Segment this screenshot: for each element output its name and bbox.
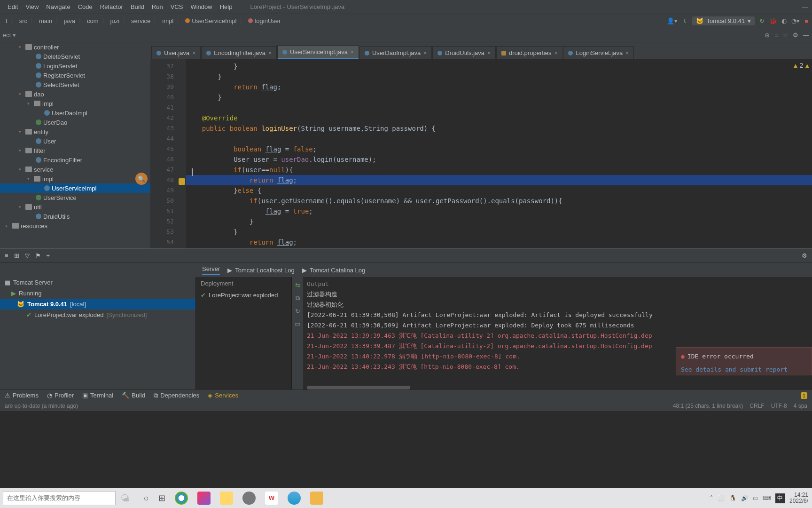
- tree-class[interactable]: SelectServlet: [0, 80, 150, 89]
- link-icon[interactable]: ⧉: [296, 294, 300, 302]
- build-icon[interactable]: ⤹: [682, 17, 687, 24]
- browser-icon[interactable]: ▭: [295, 320, 300, 327]
- intellij-icon[interactable]: [197, 492, 211, 505]
- tray-battery-icon[interactable]: ▭: [753, 495, 758, 501]
- status-encoding[interactable]: UTF-8: [771, 403, 787, 409]
- breadcrumb[interactable]: src: [17, 17, 29, 24]
- tray-up-icon[interactable]: ˄: [710, 495, 713, 501]
- editor-tab-active[interactable]: UserServiceImpl.java×: [277, 45, 359, 59]
- tree-icon[interactable]: ⊞: [14, 252, 19, 259]
- editor-tab[interactable]: LoginServlet.java×: [563, 46, 634, 59]
- user-icon[interactable]: 👤▾: [667, 17, 678, 24]
- tree-folder-filter[interactable]: ▾filter: [0, 146, 150, 155]
- close-icon[interactable]: ×: [423, 50, 427, 56]
- ide-error-link[interactable]: See details and submit report: [681, 365, 807, 375]
- deployment-item[interactable]: ✔LoreProject:war exploded: [196, 290, 291, 301]
- tab-dependencies[interactable]: ⧉Dependencies: [154, 392, 199, 399]
- close-icon[interactable]: ×: [351, 49, 354, 56]
- status-indent[interactable]: 4 spa: [794, 403, 807, 409]
- breadcrumb[interactable]: t: [4, 17, 9, 24]
- editor-tab[interactable]: UserDaoImpl.java×: [359, 46, 432, 59]
- menu-help[interactable]: Help: [216, 3, 236, 10]
- tree-class[interactable]: LoginServlet: [0, 61, 150, 71]
- flag-icon[interactable]: ⚑: [35, 252, 41, 259]
- breadcrumb[interactable]: service: [129, 17, 152, 24]
- coverage-icon[interactable]: ◐: [781, 17, 787, 24]
- search-icon[interactable]: 🔍: [135, 173, 148, 185]
- status-lineending[interactable]: CRLF: [750, 403, 764, 409]
- add-icon[interactable]: +: [47, 252, 50, 259]
- app-icon[interactable]: [242, 492, 256, 505]
- tray-ime[interactable]: 中: [775, 493, 785, 503]
- ide-error-notification[interactable]: ●IDE error occurred See details and subm…: [676, 347, 812, 375]
- menu-vcs[interactable]: VCS: [167, 3, 187, 10]
- status-position[interactable]: 48:1 (25 chars, 1 line break): [673, 403, 743, 409]
- app-icon[interactable]: [288, 492, 301, 505]
- breadcrumb[interactable]: com: [85, 17, 101, 24]
- debug-icon[interactable]: 🐞: [769, 17, 777, 24]
- tree-folder-dao[interactable]: ▾dao: [0, 89, 150, 99]
- taskview-icon[interactable]: ⊞: [158, 493, 165, 503]
- breadcrumb-method[interactable]: loginUser: [246, 17, 282, 24]
- close-icon[interactable]: ×: [554, 50, 557, 56]
- menu-window[interactable]: Window: [187, 3, 216, 10]
- services-item-selected[interactable]: 🐱Tomcat 9.0.41 [local]: [0, 299, 195, 310]
- tree-class[interactable]: UserDaoImpl: [0, 108, 150, 118]
- output-console[interactable]: Output 过滤器构造 过滤器初始化 [2022-06-21 01:39:30…: [303, 277, 812, 389]
- tree-interface[interactable]: UserService: [0, 193, 150, 202]
- breadcrumb-class[interactable]: UserServiceImpl: [183, 17, 238, 24]
- expand-icon[interactable]: ≡: [774, 32, 778, 39]
- wps-icon[interactable]: W: [265, 492, 278, 505]
- editor-tab[interactable]: User.java×: [151, 46, 201, 59]
- editor-tab[interactable]: DruidUtils.java×: [432, 46, 496, 59]
- menu-edit[interactable]: Edit: [4, 3, 22, 10]
- folder-icon[interactable]: [310, 492, 323, 505]
- editor-tab[interactable]: EncodingFilter.java×: [201, 46, 277, 59]
- stop-icon[interactable]: ■: [804, 17, 808, 24]
- menu-code[interactable]: Code: [74, 3, 96, 10]
- chrome-icon[interactable]: [175, 492, 188, 505]
- hide-icon[interactable]: —: [803, 32, 809, 39]
- tab-catalina-log[interactable]: ▶Tomcat Catalina Log: [302, 267, 366, 274]
- run-config-selector[interactable]: 🐱 Tomcat 9.0.41 ▾: [692, 16, 755, 25]
- services-item[interactable]: ▶Running: [0, 288, 195, 299]
- editor-tab[interactable]: druid.properties×: [496, 46, 562, 59]
- warning-icon[interactable]: ▲: [794, 60, 797, 71]
- tree-class[interactable]: RegisterServlet: [0, 71, 150, 80]
- warning-icon[interactable]: ▲: [805, 60, 809, 71]
- project-selector[interactable]: ect ▾: [3, 32, 16, 39]
- breadcrumb[interactable]: main: [37, 17, 54, 24]
- breadcrumb[interactable]: java: [62, 17, 77, 24]
- tab-localhost-log[interactable]: ▶Tomcat Localhost Log: [227, 267, 294, 274]
- tab-profiler[interactable]: ◔Profiler: [47, 392, 74, 399]
- tree-folder-resources[interactable]: ▸resources: [0, 221, 150, 230]
- cortana-icon[interactable]: ○: [144, 493, 149, 503]
- close-icon[interactable]: ×: [487, 50, 491, 56]
- weather-icon[interactable]: 🌤: [120, 493, 130, 504]
- tree-folder-util[interactable]: ▾util: [0, 202, 150, 212]
- menu-refactor[interactable]: Refactor: [96, 3, 127, 10]
- tree-class[interactable]: User: [0, 136, 150, 146]
- project-tree[interactable]: ▾controller DeleteServlet LoginServlet R…: [0, 42, 150, 248]
- bulb-icon[interactable]: [179, 178, 185, 185]
- tree-folder-impl-service[interactable]: ▾impl🔍: [0, 174, 150, 183]
- breadcrumb[interactable]: juzi: [109, 17, 122, 24]
- tree-class[interactable]: DruidUtils: [0, 212, 150, 221]
- tree-interface[interactable]: UserDao: [0, 118, 150, 127]
- breadcrumb[interactable]: impl: [160, 17, 175, 24]
- tree-folder-controller[interactable]: ▾controller: [0, 42, 150, 52]
- tab-server[interactable]: Server: [202, 265, 220, 275]
- close-icon[interactable]: ×: [268, 50, 272, 56]
- services-item[interactable]: ▦Tomcat Server: [0, 277, 195, 288]
- close-icon[interactable]: ×: [625, 50, 629, 56]
- collapse-icon[interactable]: ≣: [783, 32, 788, 39]
- publish-icon[interactable]: ⇆: [295, 282, 300, 289]
- tray-date[interactable]: 2022/6/: [789, 498, 808, 504]
- menu-view[interactable]: View: [22, 3, 42, 10]
- filter-icon[interactable]: ≡: [5, 252, 8, 259]
- tray-keyboard-icon[interactable]: ⌨: [763, 495, 771, 501]
- tab-problems[interactable]: ⚠Problems: [5, 392, 39, 399]
- windows-search[interactable]: 在这里输入你要搜索的内容: [3, 491, 116, 505]
- tree-folder-service[interactable]: ▾service: [0, 165, 150, 174]
- tree-class-selected[interactable]: UserServiceImpl: [0, 183, 150, 193]
